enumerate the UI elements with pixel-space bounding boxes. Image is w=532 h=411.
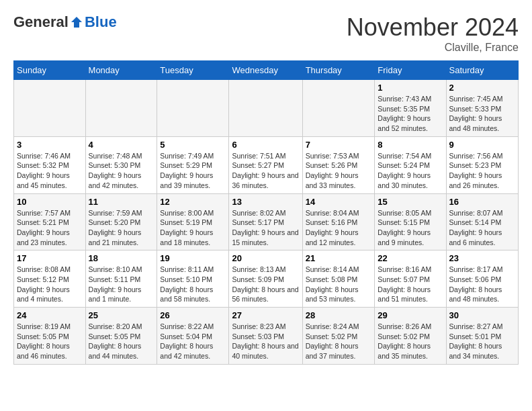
calendar-cell	[85, 80, 157, 137]
day-number: 20	[232, 253, 299, 263]
calendar-cell: 2Sunrise: 7:45 AMSunset: 5:33 PMDaylight…	[446, 80, 518, 137]
calendar-cell: 29Sunrise: 8:26 AMSunset: 5:02 PMDayligh…	[375, 308, 446, 365]
weekday-header-monday: Monday	[85, 61, 157, 80]
calendar-cell: 5Sunrise: 7:49 AMSunset: 5:29 PMDaylight…	[157, 136, 229, 193]
day-number: 24	[17, 310, 83, 320]
day-number: 13	[232, 197, 299, 207]
weekday-header-saturday: Saturday	[446, 61, 518, 80]
calendar-cell: 13Sunrise: 8:02 AMSunset: 5:17 PMDayligh…	[229, 193, 302, 250]
day-info: Sunrise: 8:04 AMSunset: 5:16 PMDaylight:…	[306, 208, 372, 248]
calendar-cell: 22Sunrise: 8:16 AMSunset: 5:07 PMDayligh…	[375, 250, 446, 308]
day-number: 14	[306, 197, 372, 207]
location: Claville, France	[347, 42, 519, 54]
day-info: Sunrise: 7:51 AMSunset: 5:27 PMDaylight:…	[232, 151, 299, 191]
day-number: 23	[449, 253, 515, 263]
calendar-cell: 11Sunrise: 7:59 AMSunset: 5:20 PMDayligh…	[85, 193, 157, 250]
weekday-header-thursday: Thursday	[302, 61, 375, 80]
day-number: 8	[378, 140, 443, 150]
calendar-week-0: 1Sunrise: 7:43 AMSunset: 5:35 PMDaylight…	[14, 80, 519, 137]
day-number: 18	[89, 253, 154, 263]
day-info: Sunrise: 7:56 AMSunset: 5:23 PMDaylight:…	[449, 151, 515, 191]
calendar-week-2: 10Sunrise: 7:57 AMSunset: 5:21 PMDayligh…	[14, 193, 519, 250]
day-info: Sunrise: 8:23 AMSunset: 5:03 PMDaylight:…	[232, 322, 299, 361]
day-info: Sunrise: 7:54 AMSunset: 5:24 PMDaylight:…	[378, 151, 443, 191]
day-number: 7	[306, 140, 372, 150]
day-info: Sunrise: 8:07 AMSunset: 5:14 PMDaylight:…	[449, 208, 515, 248]
calendar-cell: 16Sunrise: 8:07 AMSunset: 5:14 PMDayligh…	[446, 193, 518, 250]
calendar-cell: 28Sunrise: 8:24 AMSunset: 5:02 PMDayligh…	[302, 308, 375, 365]
day-info: Sunrise: 7:43 AMSunset: 5:35 PMDaylight:…	[378, 94, 443, 134]
day-info: Sunrise: 8:24 AMSunset: 5:02 PMDaylight:…	[306, 322, 372, 361]
calendar-cell: 8Sunrise: 7:54 AMSunset: 5:24 PMDaylight…	[375, 136, 446, 193]
calendar-body: 1Sunrise: 7:43 AMSunset: 5:35 PMDaylight…	[14, 80, 519, 365]
day-number: 11	[89, 197, 154, 207]
calendar-cell: 9Sunrise: 7:56 AMSunset: 5:23 PMDaylight…	[446, 136, 518, 193]
day-info: Sunrise: 8:05 AMSunset: 5:15 PMDaylight:…	[378, 208, 443, 248]
day-info: Sunrise: 7:45 AMSunset: 5:33 PMDaylight:…	[449, 94, 515, 134]
calendar-cell: 26Sunrise: 8:22 AMSunset: 5:04 PMDayligh…	[157, 308, 229, 365]
day-info: Sunrise: 8:26 AMSunset: 5:02 PMDaylight:…	[378, 322, 443, 361]
day-info: Sunrise: 8:08 AMSunset: 5:12 PMDaylight:…	[17, 265, 83, 304]
calendar-cell: 6Sunrise: 7:51 AMSunset: 5:27 PMDaylight…	[229, 136, 302, 193]
calendar-cell: 23Sunrise: 8:17 AMSunset: 5:06 PMDayligh…	[446, 250, 518, 308]
day-number: 30	[449, 310, 515, 320]
day-number: 10	[17, 197, 83, 207]
calendar-cell: 3Sunrise: 7:46 AMSunset: 5:32 PMDaylight…	[14, 136, 86, 193]
calendar-cell: 12Sunrise: 8:00 AMSunset: 5:19 PMDayligh…	[157, 193, 229, 250]
calendar-cell: 7Sunrise: 7:53 AMSunset: 5:26 PMDaylight…	[302, 136, 375, 193]
day-number: 12	[160, 197, 226, 207]
day-number: 9	[449, 140, 515, 150]
day-number: 27	[232, 310, 299, 320]
calendar-cell: 21Sunrise: 8:14 AMSunset: 5:08 PMDayligh…	[302, 250, 375, 308]
logo-icon	[70, 15, 83, 29]
calendar-week-3: 17Sunrise: 8:08 AMSunset: 5:12 PMDayligh…	[14, 250, 519, 308]
day-info: Sunrise: 8:27 AMSunset: 5:01 PMDaylight:…	[449, 322, 515, 361]
day-number: 22	[378, 253, 443, 263]
day-info: Sunrise: 8:00 AMSunset: 5:19 PMDaylight:…	[160, 208, 226, 248]
day-number: 28	[306, 310, 372, 320]
day-number: 3	[17, 140, 83, 150]
calendar-cell: 15Sunrise: 8:05 AMSunset: 5:15 PMDayligh…	[375, 193, 446, 250]
calendar-cell	[14, 80, 86, 137]
weekday-header-friday: Friday	[375, 61, 446, 80]
day-info: Sunrise: 8:17 AMSunset: 5:06 PMDaylight:…	[449, 265, 515, 304]
day-info: Sunrise: 8:11 AMSunset: 5:10 PMDaylight:…	[160, 265, 226, 304]
calendar-cell: 30Sunrise: 8:27 AMSunset: 5:01 PMDayligh…	[446, 308, 518, 365]
day-number: 21	[306, 253, 372, 263]
calendar-cell	[229, 80, 302, 137]
day-info: Sunrise: 7:49 AMSunset: 5:29 PMDaylight:…	[160, 151, 226, 191]
svg-marker-0	[71, 17, 82, 28]
weekday-header-tuesday: Tuesday	[157, 61, 229, 80]
calendar-cell: 25Sunrise: 8:20 AMSunset: 5:05 PMDayligh…	[85, 308, 157, 365]
day-number: 29	[378, 310, 443, 320]
calendar-cell: 14Sunrise: 8:04 AMSunset: 5:16 PMDayligh…	[302, 193, 375, 250]
calendar-cell: 20Sunrise: 8:13 AMSunset: 5:09 PMDayligh…	[229, 250, 302, 308]
day-info: Sunrise: 8:16 AMSunset: 5:07 PMDaylight:…	[378, 265, 443, 304]
day-info: Sunrise: 8:19 AMSunset: 5:05 PMDaylight:…	[17, 322, 83, 361]
calendar-cell: 18Sunrise: 8:10 AMSunset: 5:11 PMDayligh…	[85, 250, 157, 308]
logo: General Blue	[13, 13, 117, 31]
month-title: November 2024	[347, 13, 519, 42]
day-info: Sunrise: 7:57 AMSunset: 5:21 PMDaylight:…	[17, 208, 83, 248]
weekday-header-wednesday: Wednesday	[229, 61, 302, 80]
day-info: Sunrise: 8:02 AMSunset: 5:17 PMDaylight:…	[232, 208, 299, 248]
day-number: 4	[89, 140, 154, 150]
calendar-cell: 1Sunrise: 7:43 AMSunset: 5:35 PMDaylight…	[375, 80, 446, 137]
day-number: 17	[17, 253, 83, 263]
page-header: General Blue November 2024 Claville, Fra…	[13, 13, 519, 54]
calendar-week-1: 3Sunrise: 7:46 AMSunset: 5:32 PMDaylight…	[14, 136, 519, 193]
title-block: November 2024 Claville, France	[347, 13, 519, 54]
calendar-cell	[302, 80, 375, 137]
day-number: 15	[378, 197, 443, 207]
calendar-cell: 24Sunrise: 8:19 AMSunset: 5:05 PMDayligh…	[14, 308, 86, 365]
calendar-week-4: 24Sunrise: 8:19 AMSunset: 5:05 PMDayligh…	[14, 308, 519, 365]
day-number: 16	[449, 197, 515, 207]
calendar-cell	[157, 80, 229, 137]
day-number: 5	[160, 140, 226, 150]
weekday-header-sunday: Sunday	[14, 61, 86, 80]
calendar-cell: 4Sunrise: 7:48 AMSunset: 5:30 PMDaylight…	[85, 136, 157, 193]
calendar-table: SundayMondayTuesdayWednesdayThursdayFrid…	[13, 60, 519, 365]
calendar-cell: 10Sunrise: 7:57 AMSunset: 5:21 PMDayligh…	[14, 193, 86, 250]
calendar-cell: 17Sunrise: 8:08 AMSunset: 5:12 PMDayligh…	[14, 250, 86, 308]
day-info: Sunrise: 8:13 AMSunset: 5:09 PMDaylight:…	[232, 265, 299, 304]
